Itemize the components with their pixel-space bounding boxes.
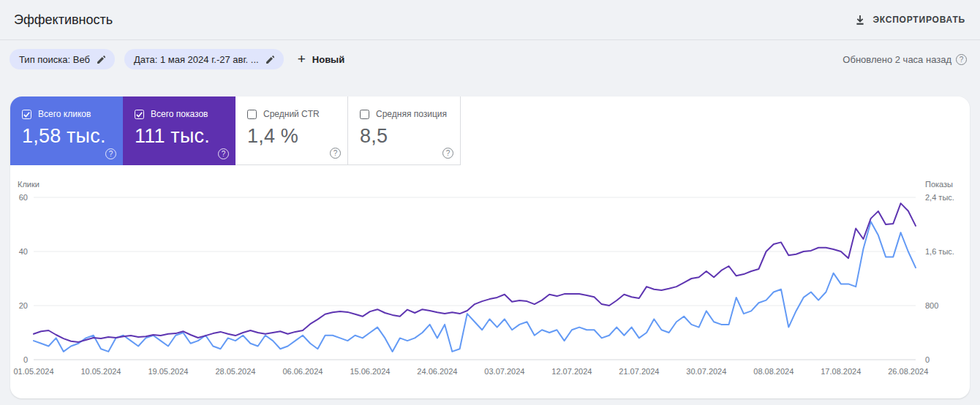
edit-pencil-icon[interactable] bbox=[265, 55, 275, 64]
svg-text:30.07.2024: 30.07.2024 bbox=[686, 367, 726, 376]
svg-text:40: 40 bbox=[19, 247, 28, 256]
checkbox-total-impressions[interactable] bbox=[135, 110, 144, 119]
metric-label: Всего показов bbox=[151, 109, 208, 119]
svg-text:Показы: Показы bbox=[925, 180, 953, 189]
metric-tile-total-clicks[interactable]: Всего кликов 1,58 тыс. ? bbox=[10, 96, 123, 165]
chip-label: Тип поиска: Веб bbox=[19, 54, 90, 65]
svg-text:0: 0 bbox=[925, 355, 930, 364]
svg-text:17.08.2024: 17.08.2024 bbox=[821, 367, 861, 376]
svg-text:01.05.2024: 01.05.2024 bbox=[13, 367, 53, 376]
svg-text:10.05.2024: 10.05.2024 bbox=[80, 367, 121, 376]
updated-text: Обновлено 2 часа назад bbox=[843, 54, 951, 65]
search-console-performance-page: Эффективность ЭКСПОРТИРОВАТЬ Тип поиска:… bbox=[0, 0, 980, 405]
metric-value: 1,4 % bbox=[247, 125, 347, 148]
svg-text:1,6 тыс.: 1,6 тыс. bbox=[925, 247, 954, 256]
help-icon[interactable]: ? bbox=[956, 54, 967, 65]
page-header: Эффективность ЭКСПОРТИРОВАТЬ bbox=[0, 0, 980, 40]
help-icon[interactable]: ? bbox=[442, 148, 453, 159]
svg-text:08.08.2024: 08.08.2024 bbox=[753, 367, 794, 376]
metric-value: 8,5 bbox=[360, 125, 460, 148]
new-filter-button[interactable]: + Новый bbox=[298, 53, 345, 66]
help-icon[interactable]: ? bbox=[218, 148, 229, 159]
metric-value: 1,58 тыс. bbox=[22, 125, 123, 148]
help-icon[interactable]: ? bbox=[105, 148, 116, 159]
svg-text:03.07.2024: 03.07.2024 bbox=[484, 367, 524, 376]
svg-text:60: 60 bbox=[19, 193, 28, 202]
svg-text:15.06.2024: 15.06.2024 bbox=[350, 367, 390, 376]
svg-text:20: 20 bbox=[19, 301, 28, 310]
metric-value: 111 тыс. bbox=[135, 125, 235, 148]
svg-text:19.05.2024: 19.05.2024 bbox=[148, 367, 188, 376]
svg-text:26.08.2024: 26.08.2024 bbox=[888, 367, 928, 376]
svg-text:21.07.2024: 21.07.2024 bbox=[619, 367, 659, 376]
metric-tile-average-ctr[interactable]: Средний CTR 1,4 % ? bbox=[235, 96, 348, 165]
metric-label: Средний CTR bbox=[263, 109, 320, 119]
svg-text:0: 0 bbox=[23, 355, 28, 364]
svg-text:24.06.2024: 24.06.2024 bbox=[417, 367, 457, 376]
clicks-impressions-line-chart[interactable]: 60402002,4 тыс.1,6 тыс.8000КликиПоказы01… bbox=[0, 178, 980, 398]
page-title: Эффективность bbox=[14, 12, 113, 28]
performance-chart[interactable]: 60402002,4 тыс.1,6 тыс.8000КликиПоказы01… bbox=[0, 178, 980, 398]
svg-text:800: 800 bbox=[925, 301, 938, 310]
svg-text:12.07.2024: 12.07.2024 bbox=[551, 367, 592, 376]
new-filter-label: Новый bbox=[312, 54, 344, 65]
metric-label: Всего кликов bbox=[38, 109, 91, 119]
export-label: ЭКСПОРТИРОВАТЬ bbox=[872, 15, 965, 25]
last-updated: Обновлено 2 часа назад ? bbox=[843, 54, 967, 65]
help-icon[interactable]: ? bbox=[330, 148, 341, 159]
checkbox-total-clicks[interactable] bbox=[22, 110, 31, 119]
svg-text:28.05.2024: 28.05.2024 bbox=[215, 367, 255, 376]
edit-pencil-icon[interactable] bbox=[97, 55, 106, 64]
download-icon bbox=[855, 15, 865, 26]
metric-tile-average-position[interactable]: Средняя позиция 8,5 ? bbox=[348, 96, 461, 165]
svg-text:06.06.2024: 06.06.2024 bbox=[282, 367, 323, 376]
metric-tile-total-impressions[interactable]: Всего показов 111 тыс. ? bbox=[123, 96, 235, 165]
chip-label: Дата: 1 мая 2024 г.-27 авг. ... bbox=[134, 54, 259, 65]
date-filter-chip[interactable]: Дата: 1 мая 2024 г.-27 авг. ... bbox=[124, 49, 284, 69]
export-button[interactable]: ЭКСПОРТИРОВАТЬ bbox=[855, 15, 965, 26]
svg-text:2,4 тыс.: 2,4 тыс. bbox=[925, 193, 954, 202]
plus-icon: + bbox=[298, 52, 306, 66]
svg-text:Клики: Клики bbox=[18, 180, 39, 189]
checkbox-average-position[interactable] bbox=[360, 110, 369, 119]
checkbox-average-ctr[interactable] bbox=[247, 110, 257, 119]
metric-tiles: Всего кликов 1,58 тыс. ? Всего показов 1… bbox=[10, 96, 461, 165]
metric-label: Средняя позиция bbox=[376, 109, 447, 119]
filter-bar: Тип поиска: Веб Дата: 1 мая 2024 г.-27 а… bbox=[0, 41, 980, 77]
search-type-filter-chip[interactable]: Тип поиска: Веб bbox=[10, 49, 115, 69]
